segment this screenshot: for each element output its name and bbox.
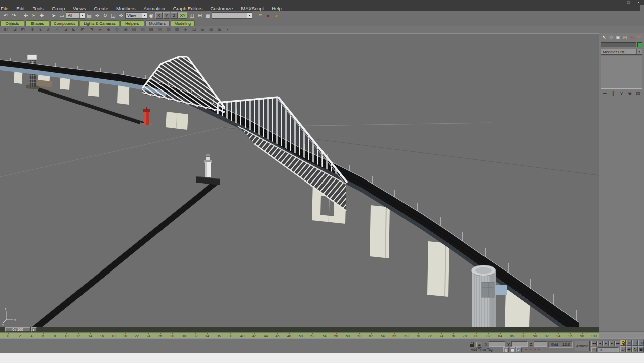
remove-modifier-button[interactable]: ⊖	[627, 90, 633, 96]
modifier-shelf-icon[interactable]: ⊟	[199, 26, 206, 33]
menu-customize[interactable]: Customize	[206, 6, 237, 11]
bridge-truss-left[interactable]	[142, 57, 225, 113]
menu-views[interactable]: Views	[69, 6, 90, 11]
modifier-shelf-icon[interactable]: ⊠	[208, 26, 214, 33]
key-filters-icon[interactable]: ▦	[510, 347, 515, 352]
select-and-rotate-icon[interactable]: ↻	[101, 12, 109, 20]
selection-filter-dropdown[interactable]: All ▼	[66, 12, 85, 19]
select-and-scale-icon[interactable]: ◱	[109, 12, 117, 20]
modifier-shelf-icon[interactable]: ⊞	[216, 26, 223, 33]
modifier-shelf-icon[interactable]: ◆	[105, 26, 112, 33]
modifier-shelf-icon[interactable]: ▨	[131, 26, 137, 33]
tab-lights-cameras[interactable]: Lights & Cameras	[80, 20, 119, 26]
axis-constraint-xy[interactable]: XY	[178, 12, 187, 19]
axis-constraint-x[interactable]: X	[155, 12, 163, 19]
rectangular-selection-region-icon[interactable]: ▭	[58, 12, 66, 20]
create-tab-icon[interactable]: ↖	[601, 35, 607, 40]
curve-editor-icon[interactable]: ≣	[256, 12, 264, 20]
x-coordinate-field[interactable]	[489, 341, 505, 347]
modifier-shelf-icon[interactable]: ◥	[88, 26, 95, 33]
z-coordinate-field[interactable]	[534, 341, 547, 347]
absolute-offset-toggle[interactable]: ▣	[476, 342, 482, 348]
hierarchy-tab-icon[interactable]: ▣	[615, 35, 621, 40]
modifier-shelf-icon[interactable]: ◪	[11, 26, 18, 33]
mirror-icon[interactable]: ◫	[188, 12, 196, 20]
modifier-list-dropdown[interactable]: Modifier List ▼	[601, 49, 642, 55]
menu-graph-editors[interactable]: Graph Editors	[169, 6, 207, 11]
zoom-extents-button[interactable]: ⊡	[632, 340, 638, 346]
object-color-swatch[interactable]	[637, 42, 642, 47]
zoom-button[interactable]	[620, 340, 626, 346]
selection-lock-icon[interactable]	[470, 344, 474, 347]
quick-render-icon[interactable]: ◕	[272, 12, 280, 20]
redo-icon[interactable]: ↷	[10, 12, 18, 20]
animate-button[interactable]: Animate	[575, 341, 590, 351]
menu-file[interactable]: File	[0, 6, 12, 11]
close-button[interactable]: ×	[637, 0, 640, 5]
south-breakwater[interactable]	[31, 176, 220, 327]
configure-modifier-sets-button[interactable]: ▤	[635, 90, 641, 96]
tab-compounds[interactable]: Compounds	[50, 20, 79, 26]
modifier-shelf-icon[interactable]: ◨	[28, 26, 35, 33]
motion-tab-icon[interactable]: ◎	[622, 35, 628, 40]
tab-shapes[interactable]: Shapes	[25, 20, 49, 26]
modifier-shelf-icon[interactable]: ◈	[182, 26, 189, 33]
menu-help[interactable]: Help	[268, 6, 286, 11]
key-mode-toggle[interactable]: ⊶	[591, 347, 597, 352]
modifier-shelf-icon[interactable]: ▦	[174, 26, 180, 33]
select-by-name-icon[interactable]: ▤	[85, 12, 93, 20]
select-object-icon[interactable]: ➤	[50, 12, 58, 20]
field-of-view-button[interactable]: ▱	[620, 346, 626, 352]
menu-modifiers[interactable]: Modifiers	[112, 6, 140, 11]
modifier-shelf-icon[interactable]: ◮	[37, 26, 43, 33]
modifier-shelf-icon[interactable]: ◐	[225, 26, 231, 33]
make-unique-button[interactable]: ∨	[618, 90, 625, 96]
modifier-stack[interactable]	[601, 56, 642, 89]
menu-animation[interactable]: Animation	[140, 6, 169, 11]
menu-maxscript[interactable]: MAXScript	[237, 6, 268, 11]
select-and-manipulate-icon[interactable]: ✜	[117, 12, 125, 20]
lock-selection-icon[interactable]: ◐	[516, 347, 522, 352]
modifier-shelf-icon[interactable]: ▧	[139, 26, 146, 33]
zoom-all-button[interactable]: ⊕	[626, 340, 632, 346]
select-and-link-icon[interactable]: ✣	[22, 12, 30, 20]
play-button[interactable]: ▶	[603, 341, 609, 346]
modifier-shelf-icon[interactable]: ▣	[122, 26, 129, 33]
maximize-button[interactable]: □	[627, 0, 629, 5]
modifier-shelf-icon[interactable]: ◭	[45, 26, 52, 33]
menu-create[interactable]: Create	[90, 6, 112, 11]
modifier-shelf-icon[interactable]: ⊡	[191, 26, 197, 33]
layer-manager-icon[interactable]: ▦	[204, 12, 212, 20]
unlink-selection-icon[interactable]: ✂	[30, 12, 38, 20]
tab-objects[interactable]: Objects	[0, 20, 24, 26]
next-frame-button[interactable]: ▶	[609, 341, 615, 346]
menu-edit[interactable]: Edit	[12, 6, 28, 11]
tab-modifiers[interactable]: Modifiers	[145, 20, 170, 26]
zoom-extents-all-button[interactable]: ⊞	[638, 340, 644, 346]
modifier-shelf-icon[interactable]: ◬	[54, 26, 60, 33]
show-end-result-button[interactable]: ∥	[610, 90, 617, 96]
time-slider-button[interactable]: 0 / 100	[5, 327, 30, 332]
modifier-shelf-icon[interactable]: ▥	[156, 26, 163, 33]
time-slider-track[interactable]: 0 / 100 ▸	[0, 327, 599, 332]
tab-helpers[interactable]: Helpers	[120, 20, 144, 26]
modifier-shelf-icon[interactable]: ▤	[165, 26, 172, 33]
axis-constraint-y[interactable]: Y	[163, 12, 170, 19]
modifier-shelf-icon[interactable]: ◤	[79, 26, 86, 33]
modifier-shelf-icon[interactable]: ◢	[62, 26, 69, 33]
track-bar[interactable]: 0246810121416182022242628303234363840424…	[0, 332, 599, 338]
align-icon[interactable]: ⊞	[196, 12, 204, 20]
modifier-shelf-icon[interactable]: ◧	[3, 26, 9, 33]
modifier-shelf-icon[interactable]: ◩	[20, 26, 26, 33]
object-name-field[interactable]	[601, 42, 636, 47]
coord-system-dropdown[interactable]: View ▼	[125, 12, 147, 19]
y-coordinate-field[interactable]	[511, 341, 528, 347]
current-frame-field[interactable]: 0	[598, 347, 619, 352]
axis-constraint-z[interactable]: Z	[171, 12, 178, 19]
modifier-shelf-icon[interactable]: ◣	[71, 26, 77, 33]
modify-tab-icon[interactable]: ⚙	[608, 35, 614, 40]
white-lighthouse[interactable]	[204, 152, 212, 177]
previous-frame-button[interactable]: ◀	[597, 341, 603, 346]
modifier-shelf-icon[interactable]: ◇	[114, 26, 120, 33]
perspective-viewport[interactable]: z x y	[0, 33, 599, 327]
